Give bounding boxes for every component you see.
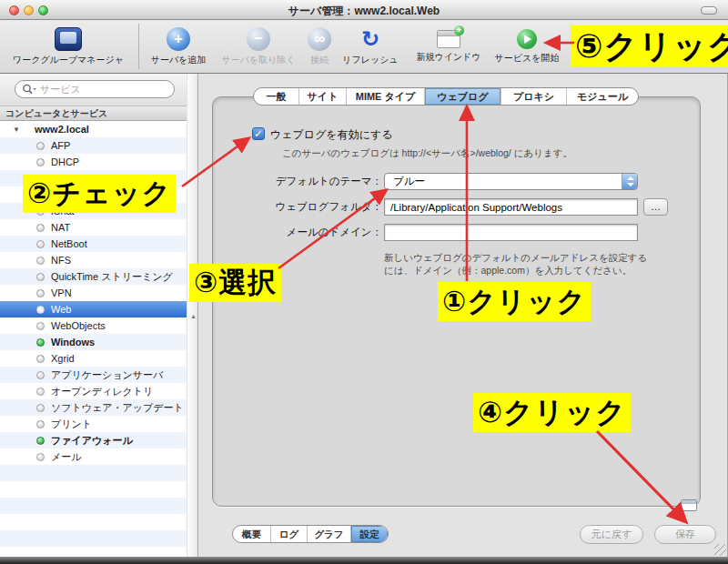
tab-bar: 一般 サイト MIME タイプ ウェブログ プロキシ モジュール bbox=[253, 87, 639, 106]
sidebar-item-webobjects[interactable]: WebObjects bbox=[0, 317, 187, 334]
status-dot-icon bbox=[36, 289, 45, 297]
sidebar-item-mail[interactable]: メール bbox=[0, 448, 187, 465]
status-dot-icon bbox=[36, 240, 45, 248]
toolbar-item-add-server[interactable]: + サーバを追加 bbox=[142, 27, 215, 66]
status-dot-icon bbox=[36, 322, 45, 330]
connect-globe-icon: ∞ bbox=[308, 27, 331, 51]
theme-label: デフォルトのテーマ： bbox=[218, 175, 382, 188]
resize-grip[interactable] bbox=[714, 544, 726, 556]
search-field[interactable] bbox=[15, 80, 175, 98]
tab-modules[interactable]: モジュール bbox=[567, 88, 638, 105]
mail-note-line2: には、ドメイン（例：apple.com）を入力してください。 bbox=[384, 265, 632, 277]
sidebar-item-xgrid[interactable]: Xgrid bbox=[0, 350, 187, 367]
toolbar-item-new-window[interactable]: + 新規ウインドウ bbox=[411, 27, 486, 64]
tab-sites[interactable]: サイト bbox=[299, 88, 347, 105]
folder-label: ウェブログフォルダ： bbox=[218, 200, 382, 214]
view-tab-settings[interactable]: 設定 bbox=[351, 526, 388, 542]
tab-weblog[interactable]: ウェブログ bbox=[425, 88, 501, 105]
theme-popup[interactable]: ブルー bbox=[384, 173, 638, 190]
toolbar-item-workgroup-manager[interactable]: ワークグループマネージャ bbox=[0, 27, 136, 66]
status-dot-icon bbox=[36, 158, 45, 166]
scroll-arrow-icon: ▲ bbox=[190, 313, 197, 319]
sidebar-item-afp[interactable]: AFP bbox=[0, 137, 187, 154]
tab-general[interactable]: 一般 bbox=[254, 88, 299, 105]
new-window-icon: + bbox=[437, 30, 460, 48]
sidebar-item-firewall[interactable]: ファイアウォール bbox=[0, 432, 187, 448]
sidebar-item-computer[interactable]: ▼ www2.local bbox=[0, 121, 187, 137]
sidebar-item-netboot[interactable]: NetBoot bbox=[0, 236, 187, 252]
toolbar-separator bbox=[138, 24, 139, 69]
sidebar-item-windows[interactable]: Windows bbox=[0, 334, 187, 350]
sidebar-item-qtss[interactable]: QuickTime ストリーミング bbox=[0, 268, 187, 285]
title-bar: サーバ管理：www2.local.Web bbox=[0, 0, 728, 20]
view-tab-overview[interactable]: 概要 bbox=[233, 526, 271, 542]
annotation-step5-click: ⑤クリック bbox=[571, 25, 728, 66]
view-segmented-control: 概要 ログ グラフ 設定 bbox=[232, 525, 389, 543]
window-title: サーバ管理：www2.local.Web bbox=[0, 4, 728, 19]
server-admin-window: サーバ管理：www2.local.Web ワークグループマネージャ + サーバを… bbox=[0, 0, 728, 564]
annotation-step1-click: ①クリック bbox=[438, 282, 591, 321]
sidebar-item-vpn[interactable]: VPN bbox=[0, 285, 187, 301]
weblog-location-note: このサーバのウェブログは http://<サーバ名>/weblog/ にあります… bbox=[282, 147, 572, 160]
revert-button[interactable]: 元に戻す bbox=[580, 525, 643, 544]
status-dot-icon bbox=[36, 257, 45, 265]
status-dot-icon bbox=[36, 306, 45, 314]
mail-domain-label: メールのドメイン： bbox=[218, 226, 382, 239]
disclosure-triangle-icon[interactable]: ▼ bbox=[13, 126, 25, 134]
tab-proxy[interactable]: プロキシ bbox=[501, 88, 567, 105]
enable-weblog-label: ウェブログを有効にする bbox=[270, 127, 393, 143]
sidebar-item-print[interactable]: プリント bbox=[0, 416, 187, 432]
start-service-icon bbox=[517, 29, 537, 49]
status-dot-icon bbox=[36, 142, 45, 150]
status-dot-icon bbox=[36, 388, 45, 396]
status-dot-icon bbox=[36, 404, 45, 412]
sidebar-item-softwareupdate[interactable]: ソフトウェア・アップデート bbox=[0, 399, 187, 416]
mail-note-line1: 新しいウェブログのデフォルトのメールアドレスを設定する bbox=[384, 252, 647, 265]
workgroup-manager-icon bbox=[55, 27, 82, 51]
sidebar-item-appserver[interactable]: アプリケーションサーバ bbox=[0, 367, 187, 383]
sidebar-item-dhcp[interactable]: DHCP bbox=[0, 154, 187, 170]
status-dot-icon bbox=[36, 371, 45, 379]
status-dot-icon bbox=[36, 453, 45, 461]
enable-weblog-checkbox[interactable]: ✓ bbox=[252, 127, 265, 140]
search-area bbox=[0, 74, 187, 106]
search-icon bbox=[22, 84, 36, 96]
annotation-step2-check: ②チェック bbox=[23, 175, 176, 213]
view-tab-log[interactable]: ログ bbox=[271, 526, 308, 542]
toolbar-toggle-button[interactable] bbox=[701, 6, 717, 15]
weblog-folder-input[interactable] bbox=[384, 198, 638, 216]
toolbar-item-connect: ∞ 接続 bbox=[302, 27, 337, 66]
sidebar-item-web[interactable]: Web bbox=[0, 301, 187, 317]
status-dot-icon bbox=[36, 420, 45, 428]
annotation-step4-click: ④クリック bbox=[473, 393, 631, 432]
view-tab-graph[interactable]: グラフ bbox=[308, 526, 351, 542]
add-server-globe-icon: + bbox=[167, 27, 190, 51]
sidebar: コンピュータとサービス ▼ www2.local AFP DHCP DNS FT… bbox=[0, 74, 187, 557]
status-dot-icon bbox=[36, 355, 45, 363]
sidebar-header: コンピュータとサービス bbox=[0, 106, 187, 121]
toolbar-item-start-service[interactable]: サービスを開始 bbox=[491, 27, 562, 65]
browse-button[interactable]: … bbox=[643, 198, 668, 216]
popup-stepper-icon bbox=[622, 174, 637, 189]
theme-popup-value: ブルー bbox=[393, 176, 425, 186]
status-dot-icon bbox=[36, 224, 45, 232]
toolbar-item-remove-server: − サーバを取り除く bbox=[215, 27, 302, 66]
save-button[interactable]: 保存 bbox=[654, 525, 716, 544]
remove-server-globe-icon: − bbox=[247, 27, 270, 51]
status-dot-green-icon bbox=[36, 338, 45, 347]
detail-drawer-icon[interactable] bbox=[681, 499, 697, 511]
mail-domain-input[interactable] bbox=[384, 224, 638, 241]
toolbar-item-refresh[interactable]: ↻ リフレッシュ bbox=[339, 27, 402, 66]
sidebar-scrollbar[interactable]: ▲ bbox=[187, 74, 198, 557]
status-dot-green-icon bbox=[36, 437, 45, 445]
refresh-icon: ↻ bbox=[359, 27, 382, 51]
search-input[interactable] bbox=[40, 84, 174, 95]
sidebar-item-nat[interactable]: NAT bbox=[0, 219, 187, 236]
annotation-step3-select: ③選択 bbox=[189, 264, 281, 302]
status-dot-icon bbox=[36, 273, 45, 281]
sidebar-item-nfs[interactable]: NFS bbox=[0, 252, 187, 268]
sidebar-item-opendirectory[interactable]: オープンディレクトリ bbox=[0, 383, 187, 399]
tab-mime-types[interactable]: MIME タイプ bbox=[347, 88, 425, 105]
window-bottom-edge bbox=[0, 557, 728, 564]
